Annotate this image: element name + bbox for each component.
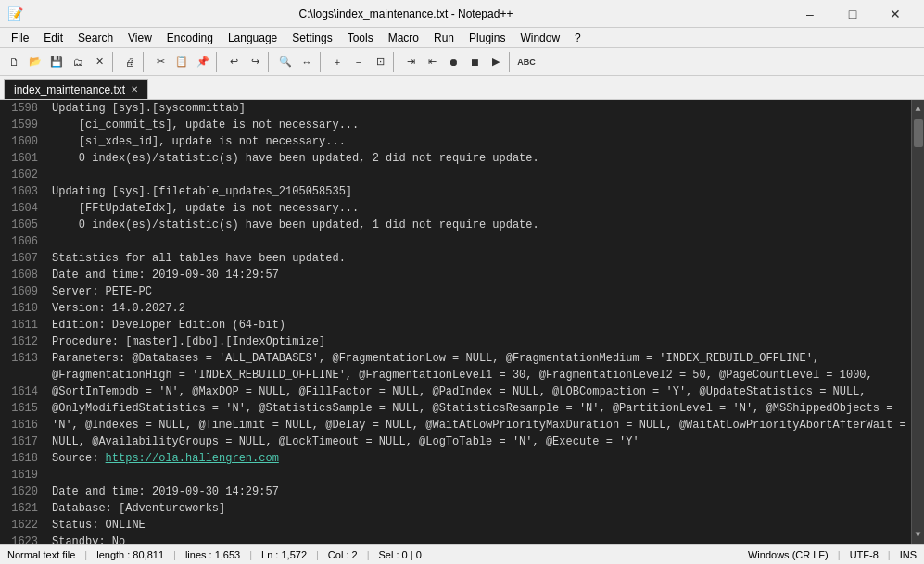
line-number: 1621 [0,500,38,517]
toolbar-find[interactable]: 🔍 [275,52,296,72]
scroll-up-arrow[interactable]: ▲ [913,102,922,116]
toolbar-undo[interactable]: ↩ [223,52,244,72]
code-line: Edition: Developer Edition (64-bit) [52,317,904,333]
menu-item-language[interactable]: Language [221,30,285,46]
menu-item-?[interactable]: ? [567,30,589,46]
toolbar-sep3 [216,52,221,72]
toolbar: 🗋 📂 💾 🗂 ✕ 🖨 ✂ 📋 📌 ↩ ↪ 🔍 ↔ + − ⊡ ⇥ ⇤ ⏺ ⏹ … [0,48,924,76]
line-number: 1604 [0,200,38,217]
code-line: @SortInTempdb = 'N', @MaxDOP = NULL, @Fi… [52,383,904,400]
line-number: 1623 [0,533,38,544]
code-line: @FragmentationHigh = 'INDEX_REBUILD_OFFL… [52,367,904,383]
code-line: Source: https://ola.hallengren.com [52,450,904,467]
toolbar-restore-zoom[interactable]: ⊡ [370,52,390,72]
line-number: 1603 [0,183,38,200]
editor: 1598159916001601160216031604160516061607… [0,100,924,544]
menu-item-settings[interactable]: Settings [285,30,339,46]
scroll-thumb[interactable] [914,119,923,147]
toolbar-sep2 [143,52,147,72]
line-numbers: 1598159916001601160216031604160516061607… [0,100,44,544]
menu-item-file[interactable]: File [4,30,36,46]
toolbar-new[interactable]: 🗋 [4,52,24,72]
code-line: Parameters: @Databases = 'ALL_DATABASES'… [52,350,904,367]
status-encoding: UTF-8 [850,549,879,560]
toolbar-close[interactable]: ✕ [89,52,109,72]
line-number: 1614 [0,383,38,400]
toolbar-copy[interactable]: 📋 [171,52,192,72]
toolbar-sep1 [112,52,117,72]
minimize-button[interactable]: – [789,0,831,28]
code-line: Date and time: 2019-09-30 14:29:57 [52,483,904,500]
toolbar-zoom-in[interactable]: + [327,52,348,72]
line-number: 1606 [0,233,38,250]
code-line: [FFtUpdateIdx], update is not necessary.… [52,200,904,217]
menu-item-edit[interactable]: Edit [36,30,70,46]
line-number: 1601 [0,150,38,167]
toolbar-paste[interactable]: 📌 [193,52,213,72]
maximize-button[interactable]: □ [831,0,874,28]
menu-item-encoding[interactable]: Encoding [159,30,221,46]
status-sel: Sel : 0 | 0 [379,549,422,560]
line-number: 1598 [0,100,38,117]
toolbar-saveall[interactable]: 🗂 [68,52,88,72]
scrollbar[interactable]: ▲ ▼ [911,100,924,544]
toolbar-print[interactable]: 🖨 [120,52,140,72]
toolbar-open[interactable]: 📂 [25,52,45,72]
code-line: 'N', @Indexes = NULL, @TimeLimit = NULL,… [52,417,904,433]
menu-item-window[interactable]: Window [513,30,567,46]
status-insert-mode: INS [900,549,917,560]
line-number: 1609 [0,283,38,300]
code-line: [ci_commit_ts], update is not necessary.… [52,117,904,133]
code-line: Date and time: 2019-09-30 14:29:57 [52,267,904,283]
code-line: Database: [Adventureworks] [52,500,904,517]
line-number: 1602 [0,167,38,183]
toolbar-sep5 [320,52,324,72]
toolbar-cut[interactable]: ✂ [150,52,171,72]
line-number: 1607 [0,250,38,267]
tab-close-button[interactable]: ✕ [131,84,138,94]
menu-item-plugins[interactable]: Plugins [462,30,513,46]
code-line [52,233,904,250]
toolbar-redo[interactable]: ↪ [245,52,265,72]
status-bar: Normal text file | length : 80,811 | lin… [0,544,924,564]
code-line: @OnlyModifiedStatistics = 'N', @Statisti… [52,400,904,417]
line-number: 1620 [0,483,38,500]
tab-label: index_maintenance.txt [14,83,125,96]
line-number: 1599 [0,117,38,133]
toolbar-macro-play[interactable]: ▶ [486,52,506,72]
toolbar-indent[interactable]: ⇥ [400,52,421,72]
code-line: Server: PETE-PC [52,283,904,300]
line-number: 1618 [0,450,38,467]
code-line [52,467,904,483]
menu-item-search[interactable]: Search [70,30,120,46]
menu-item-view[interactable]: View [120,30,159,46]
toolbar-sep7 [509,52,513,72]
status-line-ending: Windows (CR LF) [748,549,829,560]
toolbar-replace[interactable]: ↔ [297,52,317,72]
scroll-down-arrow[interactable]: ▼ [913,528,922,542]
toolbar-zoom-out[interactable]: − [348,52,369,72]
code-line: Updating [sys].[syscommittab] [52,100,904,117]
line-number: 1612 [0,333,38,350]
title-bar: 📝 C:\logs\index_maintenance.txt - Notepa… [0,0,924,28]
close-button[interactable]: ✕ [874,0,917,28]
toolbar-abc[interactable]: ABC [516,52,537,72]
code-line: 0 index(es)/statistic(s) have been updat… [52,150,904,167]
toolbar-macro-stop[interactable]: ⏹ [464,52,485,72]
menu-item-run[interactable]: Run [426,30,462,46]
menu-item-tools[interactable]: Tools [340,30,381,46]
menu-item-macro[interactable]: Macro [381,30,426,46]
window-title: C:\logs\index_maintenance.txt - Notepad+… [23,7,789,20]
window-controls: – □ ✕ [789,0,917,28]
toolbar-outdent[interactable]: ⇤ [422,52,442,72]
toolbar-save[interactable]: 💾 [46,52,67,72]
code-line: Version: 14.0.2027.2 [52,300,904,317]
line-number: 1619 [0,467,38,483]
code-line: Status: ONLINE [52,517,904,533]
code-line: NULL, @AvailabilityGroups = NULL, @LockT… [52,433,904,450]
code-content[interactable]: Updating [sys].[syscommittab] [ci_commit… [44,100,911,544]
code-line: Statistics for all tables have been upda… [52,250,904,267]
line-number: 1622 [0,517,38,533]
toolbar-macro-record[interactable]: ⏺ [443,52,463,72]
tab-index-maintenance[interactable]: index_maintenance.txt ✕ [4,79,148,99]
